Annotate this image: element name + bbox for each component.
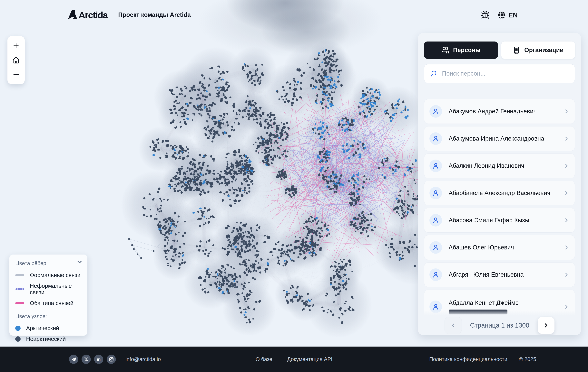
person-icon (432, 303, 439, 310)
api-docs-link[interactable]: Документация API (287, 356, 332, 362)
bug-report-icon[interactable] (481, 10, 490, 20)
arctic-node-swatch (15, 326, 21, 331)
legend-label: Арктический (26, 325, 59, 332)
social-links: in (69, 355, 116, 364)
tab-label: Персоны (453, 47, 481, 54)
legend-item-informal: Неформальные связи (15, 283, 82, 296)
graph-legend: Цвета рёбер: Формальные связи Неформальн… (10, 254, 87, 336)
footer-links: О базе Документация API (256, 356, 332, 362)
chevron-right-icon (563, 244, 570, 251)
page-title: Проект команды Arctida (118, 11, 191, 18)
previous-page-button[interactable] (444, 317, 462, 334)
header-actions: EN (481, 9, 518, 21)
legend-label: Неформальные связи (30, 283, 82, 296)
chevron-right-icon (563, 108, 570, 115)
search-input[interactable] (441, 70, 569, 77)
header-divider (113, 9, 113, 20)
chevron-right-icon (563, 135, 570, 142)
legend-nodes-title: Цвета узлов: (15, 313, 82, 320)
person-list-item[interactable]: Абакумова Ирина Александровна (424, 126, 575, 151)
legend-item-nonarctic: Неарктический (15, 336, 82, 342)
person-name: Абарбанель Александр Васильевич (449, 189, 550, 197)
person-list-item[interactable]: Абасова Эмиля Гафар Кызы (424, 208, 575, 233)
legend-collapse-button[interactable] (76, 258, 84, 266)
person-icon (432, 108, 439, 115)
chevron-right-icon (563, 304, 570, 310)
entity-tabs: Персоны Организации (424, 41, 575, 59)
formal-edge-swatch (15, 274, 24, 276)
language-switch[interactable]: EN (497, 11, 518, 19)
header: Arctida Проект команды Arctida (68, 8, 191, 22)
next-page-button[interactable] (538, 317, 555, 334)
legend-item-arctic: Арктический (15, 325, 82, 332)
person-name: Абдалла Кеннет Джеймс (449, 299, 518, 307)
chevron-right-icon (563, 163, 570, 169)
person-list-item[interactable]: Абалкин Леонид Иванович (424, 153, 575, 178)
person-name: Абалкин Леонид Иванович (449, 162, 524, 170)
person-name: Абакумова Ирина Александровна (449, 135, 544, 142)
avatar (430, 268, 442, 281)
page-indicator: Страница 1 из 1300 (470, 322, 529, 329)
legend-item-formal: Формальные связи (15, 272, 82, 278)
person-list-item[interactable]: Абашев Олег Юрьевич (424, 235, 575, 260)
entities-sidebar: Персоны Организации Абакумов Андрей Генн… (418, 33, 581, 335)
avatar (430, 160, 442, 172)
legend-item-both: Оба типа связей (15, 300, 82, 306)
person-icon (432, 271, 439, 278)
copyright: © 2025 (519, 356, 536, 362)
person-list-item[interactable]: Абарбанель Александр Васильевич (424, 181, 575, 205)
avatar (430, 105, 442, 118)
contact-email[interactable]: info@arctida.io (126, 356, 161, 362)
zoom-out-button[interactable] (11, 70, 21, 79)
chevron-left-icon (450, 322, 456, 329)
language-label: EN (508, 11, 518, 19)
map-zoom-controls (8, 36, 25, 84)
chevron-right-icon (563, 190, 570, 196)
legend-label: Формальные связи (30, 272, 80, 278)
brand-name: Arctida (79, 10, 108, 20)
tab-persons[interactable]: Персоны (424, 41, 498, 59)
legend-label: Оба типа связей (30, 300, 74, 306)
people-list: Абакумов Андрей Геннадьевич Абакумова Ир… (424, 99, 575, 327)
search-icon (430, 70, 437, 77)
person-name: Абакумов Андрей Геннадьевич (449, 108, 537, 115)
person-name: Абгарян Юлия Евгеньевна (449, 271, 524, 279)
about-link[interactable]: О базе (256, 356, 272, 362)
search-box (424, 64, 575, 83)
x-icon[interactable] (82, 355, 91, 364)
zoom-in-button[interactable] (11, 41, 21, 50)
home-button[interactable] (11, 56, 21, 65)
footer-legal: Политика конфиденциальности © 2025 (429, 356, 536, 362)
legend-label: Неарктический (26, 336, 66, 342)
tab-organizations[interactable]: Организации (501, 41, 575, 59)
nonarctic-node-swatch (15, 336, 21, 342)
privacy-policy-link[interactable]: Политика конфиденциальности (429, 356, 507, 362)
chevron-right-icon (563, 217, 570, 223)
avatar (430, 214, 442, 227)
pagination-bar: Страница 1 из 1300 (418, 316, 581, 335)
chevron-down-icon (76, 258, 83, 265)
both-edge-swatch (15, 302, 24, 304)
person-list-item[interactable]: Абакумов Андрей Геннадьевич (424, 99, 575, 124)
person-icon (432, 162, 439, 169)
home-icon (12, 56, 20, 64)
avatar (430, 241, 442, 254)
tab-label: Организации (524, 47, 564, 54)
person-icon (432, 244, 439, 251)
footer: in info@arctida.io О базе Документация A… (0, 347, 588, 372)
chevron-right-icon (563, 271, 570, 278)
arctida-logo-icon (68, 10, 77, 20)
avatar (430, 132, 442, 145)
informal-edge-swatch (15, 288, 24, 290)
brand-logo[interactable]: Arctida (68, 10, 108, 20)
instagram-icon[interactable] (107, 355, 116, 364)
building-icon (513, 46, 520, 54)
chevron-right-icon (543, 322, 549, 329)
person-icon (432, 135, 439, 142)
linkedin-icon[interactable]: in (94, 355, 103, 364)
person-list-item[interactable]: Абгарян Юлия Евгеньевна (424, 262, 575, 287)
person-name: Абашев Олег Юрьевич (449, 244, 514, 251)
legend-edges-title: Цвета рёбер: (15, 261, 82, 266)
avatar (430, 187, 442, 199)
telegram-icon[interactable] (69, 355, 78, 364)
